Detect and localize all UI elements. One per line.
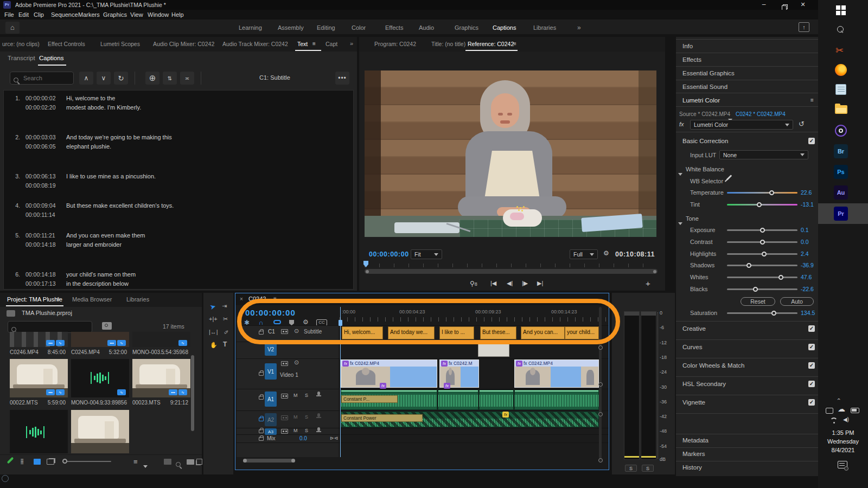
input-lut-dropdown[interactable]: None: [719, 150, 808, 159]
track-select-tool[interactable]: ⇥: [222, 303, 227, 310]
workspace-tab-color[interactable]: Color: [352, 24, 366, 31]
panel-header-markers[interactable]: Markers: [682, 451, 705, 457]
bin-up-icon[interactable]: [7, 310, 15, 317]
caption-text-line2[interactable]: in the description below: [66, 280, 129, 287]
whites-value[interactable]: 47.6: [801, 274, 812, 280]
clip-thumbnail[interactable]: •••∿: [71, 332, 129, 347]
sync-captions-button[interactable]: ↻: [114, 72, 128, 85]
snipping-tool-icon[interactable]: ✂: [835, 44, 844, 56]
panel-tab-capt[interactable]: Capt: [326, 41, 337, 47]
shadows-knob[interactable]: [746, 263, 751, 268]
basic-correction-checkbox[interactable]: ✓: [808, 138, 815, 144]
menu-file[interactable]: File: [4, 11, 14, 18]
workspace-tab-graphics[interactable]: Graphics: [455, 24, 478, 31]
timeline-scroll-handle[interactable]: [598, 458, 603, 463]
panel-header-metadata[interactable]: Metadata: [682, 437, 709, 444]
razor-tool[interactable]: ✂: [223, 316, 228, 323]
subtab-captions[interactable]: Captions: [39, 55, 63, 61]
track-a3-mic-icon[interactable]: [317, 427, 320, 431]
section-basic-correction[interactable]: Basic Correction: [682, 138, 728, 144]
tint-value[interactable]: -13.1: [801, 201, 814, 208]
text-tab-menu-icon[interactable]: ≡: [312, 41, 316, 47]
workspace-tab-effects[interactable]: Effects: [385, 24, 403, 31]
panel-header-lumetri-color[interactable]: Lumetri Color: [682, 97, 720, 104]
blacks-value[interactable]: -22.6: [801, 286, 814, 292]
track-a1-badge[interactable]: A1: [265, 391, 277, 407]
caption-search-input[interactable]: [10, 72, 74, 85]
photoshop-icon[interactable]: Ps: [834, 165, 848, 179]
effect-reset-icon[interactable]: ↺: [799, 120, 805, 128]
pen-tool[interactable]: ✑: [222, 328, 231, 337]
start-button[interactable]: [836, 5, 846, 15]
monitor-tab-program-c0242[interactable]: Program: C0242: [374, 41, 416, 47]
track-v2-badge[interactable]: V2: [265, 343, 277, 356]
shadows-value[interactable]: -36.9: [801, 262, 814, 268]
panel-tab-urce-no-clips-[interactable]: urce: (no clips): [2, 41, 40, 47]
caption-text-line1[interactable]: And you can even make them: [66, 232, 145, 239]
track-a2-mic-icon[interactable]: [317, 413, 320, 417]
tint-slider[interactable]: [727, 204, 797, 206]
sort-caret-icon[interactable]: [143, 460, 148, 470]
project-tab-media-browser[interactable]: Media Browser: [72, 296, 112, 303]
reset-button[interactable]: Reset: [741, 297, 775, 306]
auto-button[interactable]: Auto: [780, 297, 814, 306]
slip-tool[interactable]: |↔|: [209, 329, 218, 335]
track-v1-badge[interactable]: V1: [265, 363, 277, 380]
highlights-value[interactable]: 2.4: [801, 251, 809, 257]
speaker-icon[interactable]: ◀): [843, 416, 849, 422]
caption-row[interactable]: 1.00:00:00:0200:00:02:20Hi, welcome to t…: [4, 95, 351, 130]
panel-menu-button[interactable]: •••: [335, 72, 349, 85]
gang-icon[interactable]: ⚲8: [470, 280, 477, 287]
sort-icon[interactable]: ≡: [133, 458, 138, 466]
tint-knob[interactable]: [757, 202, 762, 207]
panel-tab-overflow-icon[interactable]: »: [350, 40, 353, 47]
curves-checkbox[interactable]: ✓: [808, 344, 815, 350]
timeline-h-scrollbar[interactable]: [243, 459, 295, 463]
caption-text-line1[interactable]: Hi, welcome to the: [66, 95, 115, 101]
workspace-tab-captions[interactable]: Captions: [493, 24, 516, 31]
clip-thumbnail[interactable]: [71, 410, 129, 453]
panel-tab-text[interactable]: Text: [297, 41, 308, 47]
temperature-knob[interactable]: [769, 190, 774, 195]
playback-resolution-dropdown[interactable]: Full: [570, 249, 598, 259]
temperature-value[interactable]: 22.6: [801, 189, 812, 196]
program-timecode[interactable]: 00:00:00:00: [369, 251, 409, 258]
panel-tab-audio-clip-mixer-c0242[interactable]: Audio Clip Mixer: C0242: [153, 41, 214, 47]
subtab-transcript[interactable]: Transcript: [8, 55, 35, 61]
monitor-tab-reference-c0242[interactable]: Reference: C0242: [468, 41, 514, 47]
caption-text-line1[interactable]: your child's name on them: [66, 271, 136, 278]
track-a2-badge[interactable]: A2: [265, 413, 277, 426]
timeline-scroll-handle[interactable]: [598, 345, 603, 350]
firefox-icon[interactable]: [835, 64, 847, 76]
mix-lock-icon[interactable]: [259, 437, 264, 441]
wifi-icon[interactable]: [830, 418, 838, 424]
clip-thumbnail[interactable]: ∿: [71, 359, 129, 397]
hidden-icons-chevron[interactable]: ‹: [836, 398, 843, 400]
solo-right-button[interactable]: S: [642, 465, 654, 472]
audio-clip[interactable]: [479, 390, 514, 410]
type-tool[interactable]: T: [223, 341, 227, 348]
caption-row[interactable]: 5.00:00:11:2100:00:14:18And you can even…: [4, 232, 351, 267]
blacks-knob[interactable]: [753, 287, 758, 292]
saturation-slider[interactable]: [727, 312, 797, 314]
monitor-tab-title-no-title-[interactable]: Title: (no title): [431, 41, 465, 47]
track-a2-mute[interactable]: M: [293, 414, 298, 420]
track-a3-badge[interactable]: A3: [265, 428, 277, 435]
find-icon[interactable]: [176, 459, 181, 469]
workspace-tab-assembly[interactable]: Assembly: [278, 24, 304, 31]
saturation-knob[interactable]: [771, 311, 776, 316]
shadows-slider[interactable]: [727, 265, 797, 266]
hsl-secondary-checkbox[interactable]: ✓: [808, 381, 815, 387]
close-sequence-icon[interactable]: ×: [240, 296, 243, 302]
automate-to-sequence-icon[interactable]: [164, 459, 171, 465]
track-a1-film-icon[interactable]: [281, 394, 288, 399]
mix-fader-icon[interactable]: ⊳⊲: [330, 435, 338, 441]
section-hsl-secondary[interactable]: HSL Secondary: [682, 381, 726, 387]
track-a3-mute[interactable]: M: [293, 428, 298, 433]
caption-text-line1[interactable]: And today we're going to be making this: [66, 134, 172, 140]
list-view-button[interactable]: ≡≡: [21, 459, 28, 465]
project-tab-project-tma-plushie[interactable]: Project: TMA Plushie: [7, 296, 62, 303]
menu-window[interactable]: Window: [148, 11, 169, 18]
caption-row[interactable]: 6.00:00:14:1800:00:17:13your child's nam…: [4, 271, 351, 290]
panel-header-info[interactable]: Info: [682, 43, 693, 49]
